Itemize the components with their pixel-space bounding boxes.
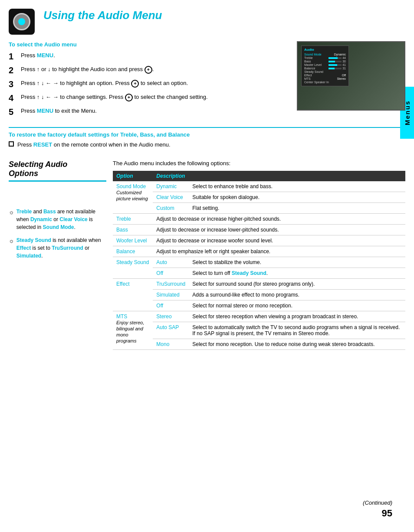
tv-screenshot: Audio Sound ModeDynamic Treble 44 Bass 3… (297, 41, 405, 111)
continued-label: (Continued) (363, 499, 392, 506)
note-item-2: ☼ Steady Sound is not available when Eff… (9, 236, 106, 260)
note-text-1: Treble and Bass are not available when D… (16, 208, 106, 231)
desc-woofer: Adjust to decrease or increase woofer so… (153, 235, 405, 246)
restore-heading: To restore the factory default settings … (9, 131, 405, 138)
menu-keyword-2: MENU (37, 108, 53, 114)
table-row: Custom Flat setting. (113, 202, 405, 213)
table-row: Balance Adjust to emphasize left or righ… (113, 246, 405, 257)
desc-val-mono: Mono (153, 339, 189, 349)
step-1: 1 Press MENU. (9, 51, 288, 62)
steadysound-link: Steady Sound (16, 237, 51, 243)
tv-menu-row-3: Bass 30 (304, 60, 346, 63)
option-mts: MTS Enjoy stereo,bilingual andmono progr… (113, 311, 153, 349)
step-3-num: 3 (9, 79, 17, 89)
step-3: 3 Press ↑ ↓ ← → to highlight an option. … (9, 79, 288, 89)
tv-menu-title: Audio (304, 48, 346, 52)
bass-link: Bass (43, 209, 56, 215)
table-row: Woofer Level Adjust to decrease or incre… (113, 235, 405, 246)
page-title: Using the Audio Menu (43, 9, 162, 22)
table-row: Simulated Adds a surround-like effect to… (113, 289, 405, 300)
col-description-text (189, 171, 405, 181)
step-1-text: Press MENU. (21, 51, 55, 60)
col-description: Description (153, 171, 189, 181)
table-row: Bass Adjust to decrease or increase lowe… (113, 224, 405, 235)
desc-val-auto: Auto (153, 257, 189, 268)
desc-text-custom: Flat setting. (189, 202, 405, 213)
effect-link: Effect (16, 245, 31, 251)
step-5-text: Press MENU to exit the Menu. (21, 107, 97, 115)
step-2-num: 2 (9, 65, 17, 75)
options-table: Option Description Sound Mode Customized… (113, 171, 405, 350)
circle-plus-icon-3: + (125, 94, 133, 101)
option-sound-mode: Sound Mode Customizedpicture viewing (113, 181, 153, 214)
menu-keyword: MENU (37, 52, 53, 59)
desc-val-stereo: Stereo (153, 311, 189, 322)
reset-keyword: RESET (33, 141, 52, 148)
main-content: To select the Audio menu 1 Press MENU. 2… (0, 41, 414, 350)
desc-val-custom: Custom (153, 202, 189, 213)
step-4: 4 Press ↑ ↓ ← → to change settings. Pres… (9, 93, 288, 103)
soundmode-link: Sound Mode (43, 224, 74, 230)
tv-menu-row-6: Steady Sound (304, 70, 346, 73)
option-effect: Effect (113, 278, 153, 311)
dynamic-link: Dynamic (30, 216, 52, 222)
table-row: Off Select for normal stereo or mono rec… (113, 300, 405, 311)
desc-text-auto: Select to stabilize the volume. (189, 257, 405, 268)
table-row: Treble Adjust to decrease or increase hi… (113, 213, 405, 224)
desc-val-trusurround: TruSurround (153, 278, 189, 289)
header-section: Using the Audio Menu (0, 0, 414, 39)
step-1-num: 1 (9, 51, 17, 62)
desc-val-dynamic: Dynamic (153, 181, 189, 192)
table-row: Effect TruSurround Select for surround s… (113, 278, 405, 289)
tv-menu-row-7: EffectOff (304, 74, 346, 77)
option-steady-sound: Steady Sound (113, 257, 153, 278)
steady-sound-ref: Steady Sound (232, 270, 266, 276)
option-woofer: Woofer Level (113, 235, 153, 246)
note-item-1: ☼ Treble and Bass are not available when… (9, 208, 106, 231)
col-option: Option (113, 171, 153, 181)
page-number: 95 (382, 508, 392, 519)
sidebar-title: Selecting Audio Options (9, 160, 106, 182)
tv-menu-row-4: Master Level 41 (304, 63, 346, 66)
checkbox-square (9, 141, 14, 147)
restore-text: Press RESET on the remote control when i… (17, 140, 171, 149)
desc-text-off-steady: Select to turn off Steady Sound. (189, 268, 405, 278)
table-row: Auto SAP Select to automatically switch … (113, 322, 405, 339)
step-2-text: Press ↑ or ↓ to highlight the Audio icon… (21, 65, 154, 74)
table-row: Mono Select for mono reception. Use to r… (113, 339, 405, 349)
desc-val-off-effect: Off (153, 300, 189, 311)
tv-menu-row-1: Sound ModeDynamic (304, 53, 346, 56)
desc-text-stereo: Select for stereo reception when viewing… (189, 311, 405, 322)
desc-text-mono: Select for mono reception. Use to reduce… (189, 339, 405, 349)
tv-landscape-bg: Audio Sound ModeDynamic Treble 44 Bass 3… (298, 42, 404, 110)
option-treble: Treble (113, 213, 153, 224)
table-row: MTS Enjoy stereo,bilingual andmono progr… (113, 311, 405, 322)
step-3-text: Press ↑ ↓ ← → to highlight an option. Pr… (21, 79, 188, 88)
table-row: Steady Sound Auto Select to stabilize th… (113, 257, 405, 268)
note-icon-2: ☼ (9, 236, 14, 260)
restore-row: Press RESET on the remote control when i… (9, 140, 405, 149)
note-icon-1: ☼ (9, 208, 14, 231)
note-text-2: Steady Sound is not available when Effec… (16, 236, 106, 260)
logo-circle (13, 13, 30, 30)
table-row: Off Select to turn off Steady Sound. (113, 268, 405, 278)
step-4-text: Press ↑ ↓ ← → to change settings. Press … (21, 93, 208, 101)
title-area: Using the Audio Menu (43, 9, 162, 22)
section1-heading: To select the Audio menu (9, 41, 288, 48)
table-row: Sound Mode Customizedpicture viewing Dyn… (113, 181, 405, 192)
step-5: 5 Press MENU to exit the Menu. (9, 107, 288, 117)
desc-text-simulated: Adds a surround-like effect to mono prog… (189, 289, 405, 300)
right-content: The Audio menu includes the following op… (113, 160, 405, 350)
option-bass: Bass (113, 224, 153, 235)
logo-icon (9, 9, 35, 35)
left-sidebar: Selecting Audio Options ☼ Treble and Bas… (9, 160, 113, 350)
tv-menu-row-5: Balance 31 (304, 67, 346, 70)
sidebar-notes: ☼ Treble and Bass are not available when… (9, 208, 106, 260)
circle-plus-icon: + (145, 66, 152, 74)
instructions-area: To select the Audio menu 1 Press MENU. 2… (9, 41, 405, 121)
table-header-row: Option Description (113, 171, 405, 181)
desc-treble: Adjust to decrease or increase higher-pi… (153, 213, 405, 224)
desc-bass: Adjust to decrease or increase lower-pit… (153, 224, 405, 235)
lower-section: Selecting Audio Options ☼ Treble and Bas… (9, 160, 405, 350)
table-row: Clear Voice Suitable for spoken dialogue… (113, 192, 405, 202)
